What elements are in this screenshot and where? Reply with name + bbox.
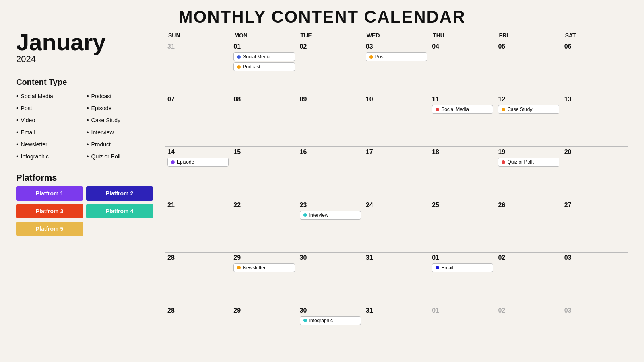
event-dot [369, 55, 373, 59]
calendar-cell: 02 [495, 305, 561, 358]
cell-date: 19 [498, 148, 559, 156]
event-label: Episode [177, 159, 194, 165]
calendar-cell: 21 [165, 200, 231, 253]
platforms-title: Platforms [16, 173, 157, 183]
calendar-event: Episode [167, 158, 229, 167]
calendar-cell: 13 [562, 94, 628, 147]
calendar-event: Case Study [498, 105, 559, 114]
platform-button-p3[interactable]: Platfrom 3 [16, 204, 83, 218]
calendar-event: Infographic [300, 316, 361, 325]
content-type-list: Social MediaPodcastPostEpisodeVideoCase … [16, 90, 157, 162]
calendar-cell: 31 [363, 305, 429, 358]
cell-date: 12 [498, 96, 559, 103]
cell-date: 03 [564, 254, 625, 261]
cell-date: 30 [300, 307, 361, 314]
event-dot [303, 319, 307, 322]
content-type-item: Case Study [87, 114, 157, 126]
calendar-cell: 02 [297, 41, 363, 94]
day-header-thu: THU [429, 31, 495, 41]
cell-date: 06 [564, 43, 625, 50]
calendar-cell: 01Social MediaPodcast [231, 41, 297, 94]
calendar-event: Podcast [233, 62, 295, 71]
cell-date: 27 [564, 202, 625, 209]
cell-date: 20 [564, 148, 625, 156]
cell-date: 26 [498, 202, 559, 209]
event-label: Newsletter [243, 265, 266, 271]
calendar-cell: 15 [231, 147, 297, 200]
cell-date: 31 [366, 254, 427, 261]
event-dot [237, 65, 241, 69]
calendar-cell: 09 [297, 94, 363, 147]
cell-date: 01 [432, 254, 493, 261]
calendar-cell: 28 [165, 305, 231, 358]
calendar-cell: 20 [562, 147, 628, 200]
content-type-title: Content Type [16, 78, 157, 87]
divider-1 [16, 72, 157, 72]
cell-date: 31 [167, 43, 229, 50]
calendar-cell: 23Interview [297, 200, 363, 253]
calendar-event: Post [366, 52, 427, 61]
cell-date: 22 [233, 202, 295, 209]
event-label: Interview [309, 212, 328, 218]
cell-date: 02 [300, 43, 361, 50]
day-header-fri: FRI [495, 31, 561, 41]
page-title: MONTHLY CONTENT CALENDAR [16, 7, 628, 27]
year-label: 2024 [16, 54, 157, 64]
calendar-cell: 02 [495, 253, 561, 305]
calendar-cell: 30Infographic [297, 305, 363, 358]
platform-grid: Platfrom 1Platfrom 2Platfrom 3Platfrom 4… [16, 186, 153, 236]
calendar: SUNMONTUEWEDTHUFRISAT 3101Social MediaPo… [165, 31, 628, 358]
calendar-cell: 03Post [363, 41, 429, 94]
calendar-cell: 17 [363, 147, 429, 200]
platform-button-p4[interactable]: Platfrom 4 [86, 204, 153, 218]
content-type-item: Podcast [87, 90, 157, 102]
calendar-cell: 06 [562, 41, 628, 94]
calendar-cell: 05 [495, 41, 561, 94]
event-label: Quiz or Pollt [507, 159, 533, 165]
calendar-event: Email [432, 263, 493, 272]
day-header-sat: SAT [562, 31, 628, 41]
calendar-cell: 31 [363, 253, 429, 305]
content-type-item: Episode [87, 102, 157, 114]
cell-date: 08 [233, 96, 295, 103]
month-label: January [16, 31, 157, 54]
calendar-cell: 26 [495, 200, 561, 253]
cell-date: 21 [167, 202, 229, 209]
calendar-cell: 04 [429, 41, 495, 94]
event-label: Infographic [309, 318, 333, 323]
cell-date: 03 [366, 43, 427, 50]
cell-date: 17 [366, 148, 427, 156]
event-dot [237, 266, 241, 269]
cell-date: 29 [233, 254, 295, 261]
day-header-wed: WED [363, 31, 429, 41]
calendar-cell: 08 [231, 94, 297, 147]
event-label: Social Media [441, 107, 469, 112]
cell-date: 18 [432, 148, 493, 156]
cell-date: 23 [300, 202, 361, 209]
platform-button-p2[interactable]: Platfrom 2 [86, 186, 153, 201]
cell-date: 31 [366, 307, 427, 314]
event-dot [237, 55, 241, 59]
event-label: Post [375, 54, 385, 60]
calendar-cell: 22 [231, 200, 297, 253]
calendar-event: Interview [300, 211, 361, 220]
calendar-event: Quiz or Pollt [498, 158, 559, 167]
event-label: Case Study [507, 107, 532, 112]
cell-date: 02 [498, 254, 559, 261]
platform-button-p1[interactable]: Platfrom 1 [16, 186, 83, 201]
calendar-cell: 30 [297, 253, 363, 305]
divider-2 [16, 166, 157, 166]
sidebar: January 2024 Content Type Social MediaPo… [16, 31, 165, 358]
cell-date: 05 [498, 43, 559, 50]
calendar-cell: 03 [562, 305, 628, 358]
cell-date: 25 [432, 202, 493, 209]
calendar-cell: 11Social Media [429, 94, 495, 147]
cell-date: 02 [498, 307, 559, 314]
cell-date: 30 [300, 254, 361, 261]
event-dot [303, 213, 307, 217]
calendar-cell: 24 [363, 200, 429, 253]
cell-date: 07 [167, 96, 229, 103]
platform-button-p5[interactable]: Platfrom 5 [16, 222, 83, 236]
content-type-item: Quiz or Poll [87, 150, 157, 162]
calendar-cell: 14Episode [165, 147, 231, 200]
